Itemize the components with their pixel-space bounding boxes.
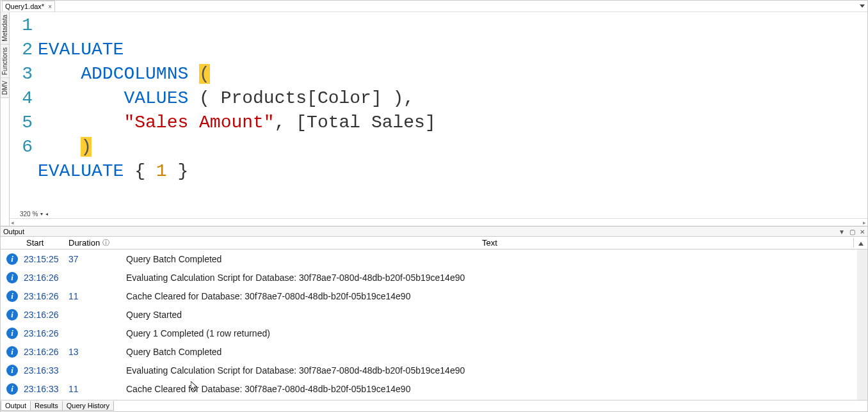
- text-cell: Query Started: [126, 310, 857, 320]
- bottom-tab-results[interactable]: Results: [30, 401, 63, 411]
- scroll-left-icon[interactable]: ◂: [11, 219, 14, 226]
- number-literal: 1: [156, 161, 167, 181]
- side-tab-dmv[interactable]: DMV: [1, 78, 9, 98]
- bottom-tab-output[interactable]: Output: [1, 401, 31, 411]
- info-icon: i: [6, 309, 18, 321]
- start-cell: 23:16:26: [24, 328, 68, 338]
- zoom-indicator[interactable]: 320 % ▾ ◂: [10, 209, 867, 218]
- info-icon: i: [6, 383, 18, 395]
- text-cell: Query Batch Completed: [126, 254, 857, 264]
- scroll-up-icon[interactable]: [853, 238, 867, 248]
- zoom-value: 320 %: [20, 210, 38, 218]
- info-icon: i: [6, 272, 18, 283]
- duration-cell: 37: [68, 254, 126, 264]
- text-cell: Evaluating Calculation Script for Databa…: [126, 273, 857, 283]
- file-tab-bar: Query1.dax* ×: [1, 1, 867, 12]
- output-panel-header: Output ▼ ▢ ✕: [1, 226, 867, 237]
- info-icon: i: [6, 365, 18, 376]
- output-row[interactable]: i23:16:26Query 1 Completed (1 row return…: [1, 324, 857, 342]
- output-rows: i23:15:2537Query Batch Completedi23:16:2…: [1, 250, 867, 400]
- output-row[interactable]: i23:16:26Query Started: [1, 305, 857, 324]
- function: VALUES: [124, 88, 188, 108]
- duration-cell: 13: [68, 347, 126, 357]
- line-number: 1: [12, 13, 33, 38]
- text-cell: Query Batch Completed: [126, 347, 857, 357]
- panel-menu-icon[interactable]: ▼: [839, 228, 845, 235]
- start-cell: 23:16:26: [24, 273, 68, 283]
- info-icon: i: [6, 328, 18, 339]
- text-cell: Cache Cleared for Database: 30f78ae7-080…: [126, 291, 857, 301]
- line-gutter: 123456: [12, 13, 38, 208]
- output-row[interactable]: i23:16:33Query Started: [1, 398, 857, 400]
- text-cell: Query 1 Completed (1 row returned): [126, 328, 857, 338]
- line-number: 3: [12, 62, 33, 86]
- side-tab-strip: MetadataFunctionsDMV: [1, 12, 10, 226]
- editor-panel: MetadataFunctionsDMV 123456 EVALUATE ADD…: [1, 12, 867, 226]
- file-tab-label: Query1.dax*: [5, 3, 44, 10]
- line-number: 2: [12, 38, 33, 62]
- file-tab[interactable]: Query1.dax* ×: [2, 1, 55, 12]
- info-icon: ⓘ: [102, 238, 109, 248]
- column-duration[interactable]: Duration ⓘ: [68, 238, 126, 248]
- output-row[interactable]: i23:16:33Evaluating Calculation Script f…: [1, 361, 857, 379]
- output-columns: Start Duration ⓘ Text: [1, 237, 867, 250]
- text-cell: Evaluating Calculation Script for Databa…: [126, 365, 857, 376]
- close-icon[interactable]: ✕: [860, 228, 865, 235]
- info-icon: i: [6, 290, 18, 302]
- paren-close-highlight: ): [81, 137, 92, 157]
- start-cell: 23:15:25: [24, 254, 68, 264]
- close-icon[interactable]: ×: [48, 3, 52, 10]
- code-content[interactable]: EVALUATE ADDCOLUMNS ( VALUES ( Products[…: [38, 13, 865, 208]
- info-icon: i: [6, 346, 18, 358]
- function: ADDCOLUMNS: [81, 64, 199, 84]
- start-cell: 23:16:26: [24, 347, 68, 357]
- info-icon: i: [6, 253, 18, 265]
- horizontal-scrollbar[interactable]: ◂ ▸: [10, 218, 867, 226]
- text-cell: Cache Cleared for Database: 30f78ae7-080…: [126, 384, 857, 394]
- start-cell: 23:16:26: [24, 291, 68, 301]
- output-row[interactable]: i23:16:26Evaluating Calculation Script f…: [1, 268, 857, 287]
- line-number: 5: [12, 111, 33, 135]
- output-row[interactable]: i23:16:3311Cache Cleared for Database: 3…: [1, 379, 857, 398]
- keyword: EVALUATE: [38, 161, 124, 181]
- column-text[interactable]: Text: [126, 238, 853, 248]
- output-row[interactable]: i23:16:2611Cache Cleared for Database: 3…: [1, 287, 857, 305]
- output-row[interactable]: i23:16:2613Query Batch Completed: [1, 342, 857, 361]
- scroll-right-icon[interactable]: ▸: [863, 219, 866, 226]
- column-start[interactable]: Start: [24, 238, 68, 248]
- start-cell: 23:16:33: [24, 365, 68, 376]
- pin-icon[interactable]: ▢: [849, 228, 855, 235]
- start-cell: 23:16:26: [24, 310, 68, 320]
- paren-open-highlight: (: [199, 64, 210, 84]
- output-row[interactable]: i23:15:2537Query Batch Completed: [1, 250, 857, 268]
- chevron-left-icon[interactable]: ◂: [45, 211, 48, 217]
- bottom-tab-bar: OutputResultsQuery History: [1, 400, 867, 411]
- duration-cell: 11: [68, 291, 126, 301]
- tab-overflow-icon[interactable]: [860, 4, 865, 8]
- line-number: 4: [12, 86, 33, 111]
- string-literal: "Sales Amount": [124, 113, 274, 132]
- bottom-tab-query-history[interactable]: Query History: [62, 401, 114, 411]
- chevron-down-icon[interactable]: ▾: [40, 211, 43, 217]
- line-number: 6: [12, 135, 33, 159]
- side-tab-functions[interactable]: Functions: [1, 45, 9, 78]
- start-cell: 23:16:33: [24, 384, 68, 394]
- scroll-down-icon[interactable]: ▼: [858, 392, 867, 399]
- keyword: EVALUATE: [38, 40, 124, 59]
- output-title: Output: [3, 228, 24, 235]
- duration-cell: 11: [68, 384, 126, 394]
- code-editor[interactable]: 123456 EVALUATE ADDCOLUMNS ( VALUES ( Pr…: [10, 12, 867, 209]
- side-tab-metadata[interactable]: Metadata: [1, 12, 9, 45]
